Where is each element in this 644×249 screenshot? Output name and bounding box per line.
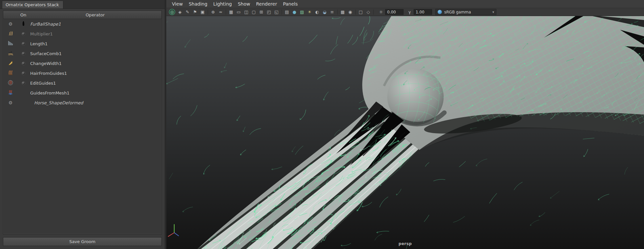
safe-title-icon[interactable]: ◱ bbox=[273, 9, 280, 15]
resolution-gate-icon[interactable]: ◫ bbox=[243, 9, 250, 15]
toolbar-separator bbox=[226, 10, 226, 15]
operator-name: GuidesFromMesh1 bbox=[29, 91, 70, 95]
screen-space-ao-icon[interactable]: ◒ bbox=[321, 9, 328, 15]
toolbar-separator bbox=[208, 10, 208, 15]
on-toggle[interactable] bbox=[22, 52, 25, 55]
furball-shape-icon bbox=[20, 21, 26, 28]
operator-name: EditGuides1 bbox=[29, 81, 56, 86]
panel-tab-bar: Ornatrix Operators Stack bbox=[0, 0, 165, 9]
safe-action-icon[interactable]: ◰ bbox=[265, 9, 272, 15]
dropdown-arrow-icon[interactable]: ▾ bbox=[492, 10, 494, 14]
panel-body: On Operator ⚙FurBallShape1Multiplier1Len… bbox=[0, 9, 165, 249]
operator-name: ChangeWidth1 bbox=[29, 61, 62, 66]
on-toggle[interactable] bbox=[22, 32, 25, 36]
operator-row-length1[interactable]: Length1 bbox=[3, 39, 161, 49]
on-toggle[interactable] bbox=[22, 72, 25, 75]
operator-name: Horse_ShapeDeformed bbox=[29, 100, 83, 105]
exposure-field[interactable]: 0.00 bbox=[385, 9, 404, 15]
exposure-icon[interactable]: ☼ bbox=[378, 9, 384, 15]
select-camera-icon[interactable]: ◎ bbox=[169, 9, 175, 15]
operator-name: Length1 bbox=[29, 41, 48, 46]
gear-icon: ⚙ bbox=[9, 100, 13, 105]
menu-show[interactable]: Show bbox=[235, 1, 253, 7]
save-groom-button[interactable]: Save Groom bbox=[3, 237, 162, 246]
surface-comb-icon bbox=[8, 50, 13, 57]
isolate-select-icon[interactable]: □ bbox=[357, 9, 364, 15]
ornatrix-operators-panel: Ornatrix Operators Stack On Operator ⚙Fu… bbox=[0, 0, 165, 249]
table-header: On Operator bbox=[3, 11, 161, 19]
operator-name: HairFromGuides1 bbox=[29, 71, 67, 76]
on-toggle[interactable] bbox=[22, 81, 25, 85]
gate-mask-icon[interactable]: ▢ bbox=[250, 9, 257, 15]
operator-name: FurBallShape1 bbox=[29, 22, 61, 27]
image-plane-icon[interactable]: ▣ bbox=[199, 9, 206, 15]
operator-row-horse_shapedeformed[interactable]: ⚙Horse_ShapeDeformed bbox=[3, 98, 161, 108]
grease-pencil-icon[interactable]: ≈ bbox=[217, 9, 224, 15]
viewport-toolbar: ◎◈✎⚑▣⊕≈▦▭◫▢⊞◰◱▤●▨☀◐◒≡▩◉□◇ ☼ 0.00 γ 1.00 … bbox=[166, 8, 644, 16]
operator-row-changewidth1[interactable]: ChangeWidth1 bbox=[3, 58, 161, 68]
menu-shading[interactable]: Shading bbox=[186, 1, 210, 7]
gamma-field[interactable]: 1.00 bbox=[414, 9, 432, 15]
use-all-lights-icon[interactable]: ☀ bbox=[306, 9, 313, 15]
column-header-on: On bbox=[18, 12, 29, 17]
operator-row-editguides1[interactable]: EditGuides1 bbox=[3, 78, 161, 88]
operator-stack-table: On Operator ⚙FurBallShape1Multiplier1Len… bbox=[3, 10, 162, 235]
toolbar-icon-group: ◎◈✎⚑▣⊕≈▦▭◫▢⊞◰◱▤●▨☀◐◒≡▩◉□◇ bbox=[168, 9, 375, 15]
operator-name: SurfaceComb1 bbox=[29, 51, 62, 56]
field-chart-icon[interactable]: ⊞ bbox=[258, 9, 265, 15]
hair-from-guides-icon bbox=[8, 70, 13, 77]
wireframe-icon[interactable]: ▤ bbox=[283, 9, 290, 15]
shaded-icon[interactable]: ● bbox=[291, 9, 298, 15]
x-ray-icon[interactable]: ◇ bbox=[365, 9, 372, 15]
grid-icon[interactable]: ▦ bbox=[228, 9, 235, 15]
column-header-operator: Operator bbox=[29, 12, 161, 17]
operator-row-multiplier1[interactable]: Multiplier1 bbox=[3, 29, 161, 39]
gamma-icon[interactable]: γ bbox=[407, 9, 412, 15]
toolbar-separator bbox=[373, 10, 374, 15]
toolbar-separator bbox=[337, 10, 338, 15]
color-space-dropdown[interactable]: sRGB gamma ▾ bbox=[435, 9, 496, 15]
depth-of-field-icon[interactable]: ◉ bbox=[347, 9, 354, 15]
change-width-icon bbox=[8, 60, 13, 67]
menu-lighting[interactable]: Lighting bbox=[210, 1, 235, 7]
bookmarks-icon[interactable]: ⚑ bbox=[192, 9, 198, 15]
color-space-value: sRGB gamma bbox=[444, 10, 471, 14]
on-toggle[interactable] bbox=[22, 62, 25, 65]
operator-row-hairfromguides1[interactable]: HairFromGuides1 bbox=[3, 68, 161, 78]
viewport-panel: ViewShadingLightingShowRendererPanels ◎◈… bbox=[166, 0, 644, 249]
application-window: Ornatrix Operators Stack On Operator ⚙Fu… bbox=[0, 0, 644, 249]
color-management-icon bbox=[438, 10, 442, 14]
gear-icon: ⚙ bbox=[9, 22, 13, 27]
multisample-aa-icon[interactable]: ▩ bbox=[339, 9, 346, 15]
edit-guides-icon bbox=[8, 80, 13, 87]
toolbar-separator bbox=[281, 10, 282, 15]
operator-row-furballshape1[interactable]: ⚙FurBallShape1 bbox=[3, 19, 161, 29]
on-toggle[interactable] bbox=[22, 42, 25, 46]
shadows-icon[interactable]: ◐ bbox=[314, 9, 321, 15]
3d-scene[interactable] bbox=[166, 16, 644, 249]
lock-camera-icon[interactable]: ◈ bbox=[177, 9, 183, 15]
menu-view[interactable]: View bbox=[169, 1, 186, 7]
menu-renderer[interactable]: Renderer bbox=[253, 1, 280, 7]
textured-icon[interactable]: ▨ bbox=[299, 9, 305, 15]
viewport-menu-bar: ViewShadingLightingShowRendererPanels bbox=[166, 0, 644, 8]
operator-row-surfacecomb1[interactable]: SurfaceComb1 bbox=[3, 49, 161, 58]
guides-from-mesh-icon bbox=[8, 90, 13, 96]
tab-ornatrix-operators-stack[interactable]: Ornatrix Operators Stack bbox=[2, 1, 63, 9]
film-gate-icon[interactable]: ▭ bbox=[235, 9, 242, 15]
toolbar-separator bbox=[355, 10, 356, 15]
camera-attributes-icon[interactable]: ✎ bbox=[184, 9, 191, 15]
multiplier-icon bbox=[8, 31, 13, 37]
operator-name: Multiplier1 bbox=[29, 31, 53, 36]
2d-pan-zoom-icon[interactable]: ⊕ bbox=[210, 9, 217, 15]
length-icon bbox=[8, 40, 13, 47]
operator-row-guidesfrommesh1[interactable]: GuidesFromMesh1 bbox=[3, 88, 161, 98]
operator-rows: ⚙FurBallShape1Multiplier1Length1SurfaceC… bbox=[3, 19, 161, 108]
menu-panels[interactable]: Panels bbox=[280, 1, 301, 7]
motion-blur-icon[interactable]: ≡ bbox=[329, 9, 336, 15]
3d-viewport[interactable]: persp bbox=[166, 16, 644, 249]
